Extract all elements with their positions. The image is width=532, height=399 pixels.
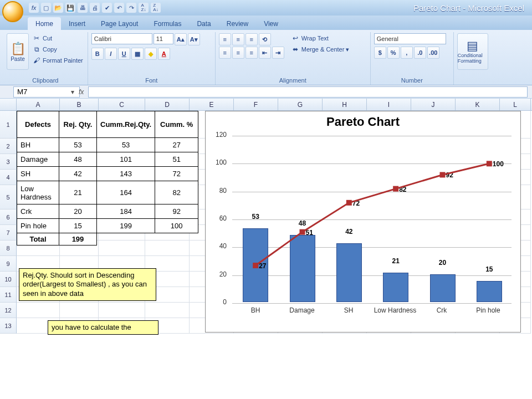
align-left-button[interactable]: ≡ bbox=[219, 47, 231, 59]
plot-area: 5348422120152751728292100 bbox=[232, 136, 511, 302]
col-header-L[interactable]: L bbox=[500, 99, 531, 110]
grow-font-button[interactable]: A▴ bbox=[175, 33, 187, 45]
x-label: SH bbox=[325, 304, 372, 332]
font-size-combo[interactable] bbox=[154, 33, 173, 44]
row-header-11[interactable]: 11 bbox=[0, 287, 17, 303]
col-header-I[interactable]: I bbox=[367, 99, 411, 110]
merge-icon: ⬌ bbox=[291, 45, 300, 54]
open-icon[interactable]: 📂 bbox=[53, 3, 63, 13]
italic-button[interactable]: I bbox=[105, 48, 117, 60]
format-painter-button[interactable]: 🖌Format Painter bbox=[31, 55, 84, 65]
sort-desc-icon[interactable]: ZA↓ bbox=[151, 3, 161, 13]
fx-icon[interactable]: fx bbox=[79, 88, 84, 96]
col-header-K[interactable]: K bbox=[456, 99, 500, 110]
name-box[interactable] bbox=[13, 86, 80, 98]
align-center-button[interactable]: ≡ bbox=[232, 47, 244, 59]
indent-dec-button[interactable]: ⇤ bbox=[259, 47, 271, 59]
col-header-G[interactable]: G bbox=[278, 99, 323, 110]
line-marker[interactable] bbox=[487, 161, 492, 166]
underline-button[interactable]: U bbox=[118, 48, 130, 60]
tab-review[interactable]: Review bbox=[219, 17, 256, 30]
tab-data[interactable]: Data bbox=[189, 17, 218, 30]
row-header-3[interactable]: 3 bbox=[0, 154, 17, 170]
row-header-4[interactable]: 4 bbox=[0, 170, 17, 185]
chart[interactable]: Pareto Chart 020406080100120 53484221201… bbox=[205, 111, 521, 332]
inc-decimal-button[interactable]: .0 bbox=[414, 47, 426, 59]
wrap-text-button[interactable]: ↩Wrap Text bbox=[290, 33, 351, 43]
line-marker[interactable] bbox=[253, 263, 258, 268]
select-all-button[interactable] bbox=[0, 99, 17, 110]
align-right-button[interactable]: ≡ bbox=[245, 47, 258, 59]
align-middle-button[interactable]: ≡ bbox=[232, 33, 244, 45]
new-icon[interactable]: ▢ bbox=[41, 3, 51, 13]
group-label: Number bbox=[374, 76, 450, 85]
tab-view[interactable]: View bbox=[256, 17, 286, 30]
row-header-8[interactable]: 8 bbox=[0, 241, 17, 256]
copy-button[interactable]: ⧉Copy bbox=[31, 44, 84, 54]
col-header-H[interactable]: H bbox=[323, 99, 367, 110]
shrink-font-button[interactable]: A▾ bbox=[188, 33, 200, 45]
tab-insert[interactable]: Insert bbox=[61, 17, 93, 30]
tab-page-layout[interactable]: Page Layout bbox=[93, 17, 146, 30]
paste-button[interactable]: 📋 Paste bbox=[7, 33, 29, 70]
cumulative-line[interactable] bbox=[255, 163, 489, 265]
wrap-icon: ↩ bbox=[291, 34, 300, 43]
currency-button[interactable]: $ bbox=[374, 47, 386, 59]
row-headers: 12345678910111213 bbox=[0, 111, 17, 334]
print-icon[interactable]: 🖶 bbox=[78, 3, 88, 13]
group-label bbox=[457, 83, 488, 85]
row-header-9[interactable]: 9 bbox=[0, 256, 17, 272]
line-marker[interactable] bbox=[300, 229, 305, 235]
row-header-6[interactable]: 6 bbox=[0, 209, 17, 225]
fx-icon[interactable]: fx bbox=[29, 3, 39, 13]
x-label: BH bbox=[232, 304, 279, 332]
comma-button[interactable]: , bbox=[401, 47, 413, 59]
font-name-combo[interactable] bbox=[91, 33, 152, 44]
col-header-C[interactable]: C bbox=[99, 99, 145, 110]
merge-center-button[interactable]: ⬌Merge & Center ▾ bbox=[290, 44, 351, 54]
x-label: Crk bbox=[418, 304, 465, 332]
row-header-13[interactable]: 13 bbox=[0, 318, 17, 334]
fill-color-button[interactable]: ◆ bbox=[145, 48, 157, 60]
line-marker[interactable] bbox=[346, 200, 352, 206]
font-color-button[interactable]: A bbox=[158, 48, 170, 60]
spell-icon[interactable]: ✔ bbox=[102, 3, 112, 13]
tab-home[interactable]: Home bbox=[28, 17, 61, 30]
col-header-B[interactable]: B bbox=[60, 99, 99, 110]
line-marker[interactable] bbox=[440, 172, 446, 177]
column-headers: ABCDEFGHIJKL bbox=[0, 99, 532, 111]
percent-button[interactable]: % bbox=[387, 47, 400, 59]
col-header-J[interactable]: J bbox=[411, 99, 456, 110]
save-icon[interactable]: 💾 bbox=[65, 3, 75, 13]
office-button[interactable] bbox=[2, 1, 23, 22]
bold-button[interactable]: B bbox=[91, 48, 104, 60]
border-button[interactable]: ▦ bbox=[131, 48, 144, 60]
sort-asc-icon[interactable]: AZ↓ bbox=[139, 3, 149, 13]
row-header-2[interactable]: 2 bbox=[0, 139, 17, 154]
row-header-7[interactable]: 7 bbox=[0, 225, 17, 241]
window-title: Pareto Chart - Microsoft Excel bbox=[161, 3, 532, 13]
align-top-button[interactable]: ≡ bbox=[219, 33, 231, 45]
col-header-F[interactable]: F bbox=[234, 99, 278, 110]
row-header-12[interactable]: 12 bbox=[0, 303, 17, 318]
orientation-button[interactable]: ⟲ bbox=[259, 33, 271, 45]
align-bottom-button[interactable]: ≡ bbox=[245, 33, 258, 45]
col-header-E[interactable]: E bbox=[190, 99, 234, 110]
undo-icon[interactable]: ↶ bbox=[114, 3, 124, 13]
row-header-10[interactable]: 10 bbox=[0, 272, 17, 287]
conditional-formatting-button[interactable]: ▤ Conditional Formatting bbox=[457, 33, 488, 70]
indent-inc-button[interactable]: ⇥ bbox=[272, 47, 284, 59]
dec-decimal-button[interactable]: .00 bbox=[427, 47, 439, 59]
cut-button[interactable]: ✂Cut bbox=[31, 33, 84, 43]
quickprint-icon[interactable]: 🖨 bbox=[90, 3, 100, 13]
formula-input[interactable] bbox=[88, 86, 528, 98]
col-header-A[interactable]: A bbox=[17, 99, 60, 110]
number-format-combo[interactable] bbox=[374, 33, 446, 44]
row-header-5[interactable]: 5 bbox=[0, 185, 17, 209]
tab-formulas[interactable]: Formulas bbox=[146, 17, 189, 30]
row-header-1[interactable]: 1 bbox=[0, 111, 17, 139]
col-header-D[interactable]: D bbox=[145, 99, 190, 110]
redo-icon[interactable]: ↷ bbox=[126, 3, 136, 13]
line-marker[interactable] bbox=[393, 186, 398, 192]
dropdown-icon[interactable]: ▾ bbox=[71, 88, 74, 96]
